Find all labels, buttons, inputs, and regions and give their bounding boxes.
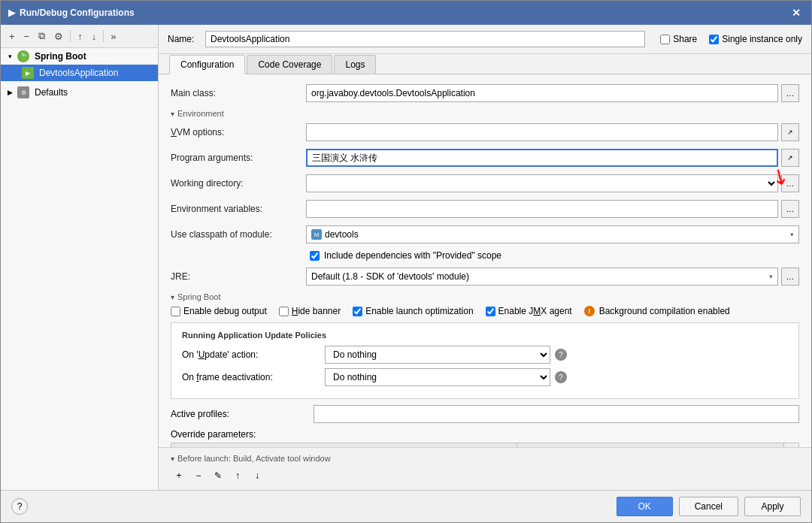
sidebar-item-spring-boot-group[interactable]: ▾ 🍃 Spring Boot (1, 48, 158, 65)
settings-config-button[interactable]: ⚙ (50, 29, 67, 44)
enable-jmx-option: Enable JMX agent (486, 306, 572, 316)
program-args-expand-button[interactable]: ↗ (781, 149, 799, 167)
config-content: Main class: … Environment (159, 74, 811, 447)
env-vars-browse-button[interactable]: … (781, 200, 799, 218)
copy-config-button[interactable]: ⧉ (35, 28, 49, 44)
sidebar: + − ⧉ ⚙ ↑ ↓ » ▾ 🍃 Spring Boot ▶ Devtools… (1, 25, 159, 490)
defaults-icon: ⚙ (17, 86, 29, 98)
classpath-field: M devtools ▾ (306, 225, 799, 243)
main-class-input[interactable] (306, 84, 778, 102)
classpath-module-icon: M (311, 229, 322, 240)
active-profiles-input[interactable] (314, 405, 799, 423)
working-dir-row: Working directory: … (171, 174, 799, 193)
main-class-browse-button[interactable]: … (781, 84, 799, 102)
classpath-label: Use classpath of module: (171, 229, 306, 240)
program-args-input[interactable] (306, 149, 778, 167)
launch-remove-button[interactable]: − (190, 467, 207, 484)
enable-jmx-checkbox[interactable] (486, 307, 495, 316)
include-deps-checkbox[interactable] (310, 251, 320, 261)
update-action-row: On 'Update' action: Do nothing ? (182, 346, 788, 364)
main-class-row: Main class: … (171, 83, 799, 103)
sidebar-item-devtools[interactable]: ▶ DevtoolsApplication (1, 65, 158, 81)
enable-debug-option: Enable debug output (171, 306, 267, 316)
update-action-label: On 'Update' action: (182, 349, 317, 360)
tab-code-coverage[interactable]: Code Coverage (247, 55, 332, 74)
frame-deactivation-select[interactable]: Do nothing (325, 368, 550, 386)
single-instance-checkbox[interactable] (709, 35, 719, 44)
working-dir-select[interactable] (306, 174, 778, 192)
launch-section: Before launch: Build, Activate tool wind… (159, 447, 811, 490)
toolbar-separator (70, 30, 71, 42)
hide-banner-checkbox[interactable] (279, 307, 289, 316)
tab-configuration[interactable]: Configuration (169, 55, 245, 74)
close-button[interactable]: ✕ (789, 5, 804, 20)
jre-field: Default (1.8 - SDK of 'devtools' module)… (306, 268, 799, 286)
defaults-label: Defaults (35, 87, 68, 98)
working-dir-browse-button[interactable]: … (781, 174, 799, 192)
cancel-button[interactable]: Cancel (679, 497, 738, 516)
active-profiles-label: Active profiles: (171, 409, 306, 419)
jre-browse-button[interactable]: … (781, 268, 799, 286)
remove-config-button[interactable]: − (20, 29, 34, 44)
program-args-label: Program arguments: (171, 153, 306, 163)
update-action-select[interactable]: Do nothing (325, 346, 550, 364)
active-profiles-row: Active profiles: (171, 405, 799, 423)
move-up-button[interactable]: ↑ (74, 29, 86, 44)
help-button[interactable]: ? (11, 498, 28, 515)
spring-boot-icon: 🍃 (17, 50, 29, 62)
jre-label: JRE: (171, 271, 306, 282)
update-action-help-icon[interactable]: ? (555, 349, 567, 361)
hide-banner-label: Hide banner (292, 306, 341, 316)
frame-deactivation-select-wrap: Do nothing ? (325, 368, 788, 386)
launch-add-button[interactable]: + (171, 467, 187, 484)
working-dir-label: Working directory: (171, 178, 306, 189)
launch-up-button[interactable]: ↑ (229, 467, 246, 484)
vm-options-row: VVM options: ↗ (171, 122, 799, 142)
jre-value: Default (1.8 - SDK of 'devtools' module) (311, 271, 769, 282)
ok-button[interactable]: OK (617, 497, 673, 516)
env-vars-field: … (306, 200, 799, 218)
spring-boot-section: Spring Boot Enable debug output Hide ban… (171, 292, 799, 399)
include-deps-label: Include dependencies with "Provided" sco… (324, 250, 501, 261)
update-action-select-wrap: Do nothing ? (325, 346, 788, 364)
add-config-button[interactable]: + (5, 29, 19, 44)
name-input[interactable] (205, 31, 645, 47)
expand-icon: ▾ (5, 53, 14, 60)
main-class-label: Main class: (171, 88, 306, 98)
env-vars-input[interactable] (306, 200, 778, 218)
bg-compilation-option: ! Background compilation enabled (584, 306, 730, 316)
spring-boot-section-header: Spring Boot (171, 292, 799, 301)
tabs-bar: Configuration Code Coverage Logs (159, 54, 811, 74)
launch-down-button[interactable]: ↓ (249, 467, 265, 484)
footer-left: ? (11, 498, 28, 515)
vm-options-expand-button[interactable]: ↗ (781, 123, 799, 141)
vm-options-input[interactable] (306, 123, 778, 141)
name-label: Name: (168, 34, 198, 44)
frame-deactivation-label: On frame deactivation: (182, 372, 317, 382)
enable-debug-checkbox[interactable] (171, 307, 180, 316)
move-down-button[interactable]: ↓ (88, 29, 101, 44)
share-label: Share (673, 34, 703, 44)
share-checkbox[interactable] (660, 35, 670, 44)
main-class-field: … (306, 84, 799, 102)
classpath-select-wrap: M devtools ▾ (306, 225, 799, 243)
sidebar-item-defaults[interactable]: ▶ ⚙ Defaults (1, 84, 158, 101)
name-row-right: Share Single instance only (660, 34, 802, 44)
enable-launch-label: Enable launch optimization (365, 306, 473, 316)
footer-right: OK Cancel Apply (617, 497, 801, 516)
single-instance-label: Single instance only (722, 34, 802, 44)
frame-deactivation-help-icon[interactable]: ? (555, 371, 567, 383)
launch-edit-button[interactable]: ✎ (210, 467, 226, 484)
sidebar-toolbar: + − ⧉ ⚙ ↑ ↓ » (1, 25, 158, 48)
toolbar-separator-2 (103, 30, 104, 42)
tab-logs[interactable]: Logs (334, 55, 376, 74)
launch-header: Before launch: Build, Activate tool wind… (171, 454, 799, 463)
enable-launch-checkbox[interactable] (353, 307, 362, 316)
apply-button[interactable]: Apply (744, 497, 801, 516)
update-policies-title: Running Application Update Policies (182, 331, 788, 340)
frame-deactivation-row: On frame deactivation: Do nothing ? (182, 368, 788, 386)
more-button[interactable]: » (107, 29, 120, 44)
enable-launch-option: Enable launch optimization (353, 306, 473, 316)
working-dir-select-wrap (306, 174, 778, 192)
dialog-footer: ? OK Cancel Apply (1, 490, 811, 522)
